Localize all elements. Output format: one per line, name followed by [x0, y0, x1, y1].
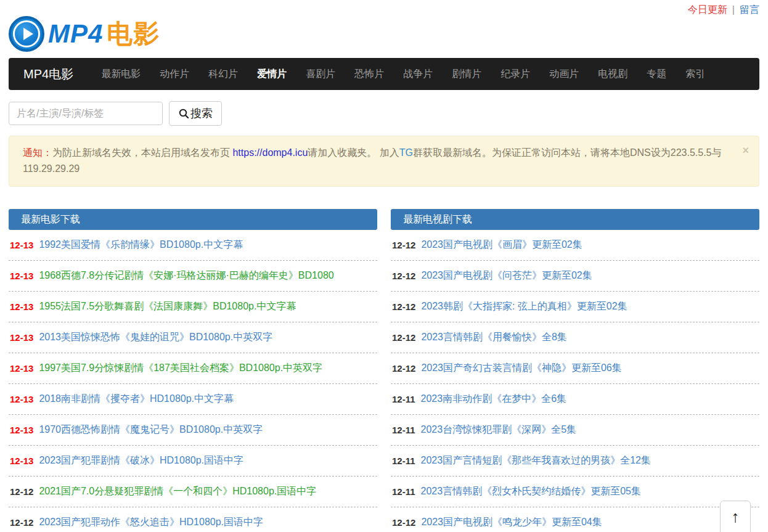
- page: 今日更新 | 留言 MP4 电影 MP4电影 最新电影 动作片 科幻片 爱情片 …: [0, 0, 768, 532]
- nav-item[interactable]: 战争片: [403, 68, 433, 81]
- site-logo[interactable]: MP4 电影: [9, 15, 759, 53]
- movie-link[interactable]: 2013美国惊悚恐怖《鬼娃的诅咒》BD1080p.中英双字: [39, 331, 272, 344]
- movies-list: 12-13 1992美国爱情《乐韵情缘》BD1080p.中文字幕 12-13 1…: [9, 230, 377, 532]
- movie-link[interactable]: 2023国产犯罪动作《怒火追击》HD1080p.国语中字: [39, 516, 263, 529]
- item-date: 12-12: [392, 240, 415, 250]
- list-item: 12-11 2023国产言情短剧《那些年我喜欢过的男孩》全12集: [391, 446, 759, 477]
- nav-item[interactable]: 剧情片: [452, 68, 481, 81]
- latest-tv-panel: 最新电视剧下载 12-12 2023国产电视剧《画眉》更新至02集 12-12 …: [391, 209, 759, 532]
- notice-prefix: 通知：: [23, 147, 52, 158]
- item-date: 12-13: [10, 240, 33, 250]
- movie-link[interactable]: 1968西德7.8分传记剧情《安娜·玛格达丽娜·巴赫的编年史》BD1080: [39, 269, 333, 282]
- item-date: 12-11: [392, 425, 415, 435]
- item-date: 12-13: [10, 456, 33, 466]
- nav-item[interactable]: 动作片: [160, 68, 189, 81]
- topbar-divider: |: [732, 4, 735, 15]
- search-bar: 搜索: [9, 101, 759, 126]
- movie-link[interactable]: 2023国产犯罪剧情《破冰》HD1080p.国语中字: [39, 454, 243, 467]
- list-item: 12-13 1997美国7.9分惊悚剧情《187美国社会档案》BD1080p.中…: [9, 353, 377, 384]
- close-icon[interactable]: ×: [742, 145, 749, 156]
- latest-movies-panel: 最新电影下载 12-13 1992美国爱情《乐韵情缘》BD1080p.中文字幕 …: [9, 209, 377, 532]
- tv-link[interactable]: 2023韩剧《大指挥家: 弦上的真相》更新至02集: [421, 300, 627, 313]
- list-item: 12-12 2021国产7.0分悬疑犯罪剧情《一个和四个》HD1080p.国语中…: [9, 477, 377, 507]
- list-item: 12-13 1955法国7.5分歌舞喜剧《法国康康舞》BD1080p.中文字幕: [9, 292, 377, 322]
- search-button-label: 搜索: [190, 106, 213, 121]
- list-item: 12-12 2023国产奇幻古装言情剧《神隐》更新至06集: [391, 353, 759, 384]
- list-item: 12-12 2023国产电视剧《画眉》更新至02集: [391, 230, 759, 261]
- message-board-link[interactable]: 留言: [740, 4, 759, 17]
- item-date: 12-13: [10, 363, 33, 374]
- logo-text-movie: 电影: [107, 17, 160, 51]
- movie-link[interactable]: 2018南非剧情《攫夺者》HD1080p.中文字幕: [39, 393, 234, 406]
- movie-link[interactable]: 1955法国7.5分歌舞喜剧《法国康康舞》BD1080p.中文字幕: [39, 300, 296, 313]
- main-nav: MP4电影 最新电影 动作片 科幻片 爱情片 喜剧片 恐怖片 战争片 剧情片 纪…: [9, 58, 759, 90]
- notice-banner: 通知：为防止新域名失效，本站启用域名发布页 https://domp4.icu请…: [9, 136, 759, 187]
- nav-item[interactable]: 恐怖片: [354, 68, 384, 81]
- tv-link[interactable]: 2023国产奇幻古装言情剧《神隐》更新至06集: [421, 362, 621, 375]
- movie-link[interactable]: 1970西德恐怖剧情《魔鬼记号》BD1080p.中英双字: [39, 424, 263, 436]
- item-date: 12-12: [10, 486, 33, 497]
- movies-panel-title: 最新电影下载: [9, 209, 377, 230]
- nav-item[interactable]: 索引: [685, 68, 705, 81]
- search-icon: [178, 108, 189, 119]
- list-item: 12-13 2023国产犯罪剧情《破冰》HD1080p.国语中字: [9, 446, 377, 477]
- list-item: 12-13 1992美国爱情《乐韵情缘》BD1080p.中文字幕: [9, 230, 377, 261]
- list-item: 12-11 2023南非动作剧《在梦中》全6集: [391, 384, 759, 415]
- domain-publish-link[interactable]: https://domp4.icu: [232, 147, 308, 158]
- item-date: 12-11: [392, 456, 415, 466]
- search-button[interactable]: 搜索: [169, 101, 222, 126]
- logo-text-mp4: MP4: [48, 19, 103, 49]
- list-item: 12-13 1970西德恐怖剧情《魔鬼记号》BD1080p.中英双字: [9, 415, 377, 446]
- tv-link[interactable]: 2023言情韩剧《用餐愉快》全8集: [421, 331, 567, 344]
- movie-link[interactable]: 1997美国7.9分惊悚剧情《187美国社会档案》BD1080p.中英双字: [39, 362, 322, 375]
- nav-item[interactable]: 喜剧片: [306, 68, 335, 81]
- tv-link[interactable]: 2023言情韩剧《烈女朴氏契约结婚传》更新至05集: [421, 485, 641, 498]
- list-item: 12-12 2023国产犯罪动作《怒火追击》HD1080p.国语中字: [9, 507, 377, 532]
- movie-link[interactable]: 2021国产7.0分悬疑犯罪剧情《一个和四个》HD1080p.国语中字: [39, 485, 316, 498]
- list-item: 12-12 2023言情韩剧《用餐愉快》全8集: [391, 322, 759, 353]
- today-update-link[interactable]: 今日更新: [688, 4, 727, 17]
- item-date: 12-12: [10, 517, 33, 528]
- item-date: 12-13: [10, 425, 33, 435]
- tv-link[interactable]: 2023台湾惊悚犯罪剧《深网》全5集: [421, 424, 577, 436]
- tv-panel-title: 最新电视剧下载: [391, 209, 759, 230]
- item-date: 12-13: [10, 271, 33, 281]
- content-columns: 最新电影下载 12-13 1992美国爱情《乐韵情缘》BD1080p.中文字幕 …: [9, 209, 759, 532]
- nav-item[interactable]: 电视剧: [598, 68, 627, 81]
- nav-item[interactable]: 爱情片: [257, 68, 287, 81]
- item-date: 12-13: [10, 332, 33, 343]
- item-date: 12-13: [10, 301, 33, 312]
- list-item: 12-11 2023言情韩剧《烈女朴氏契约结婚传》更新至05集: [391, 477, 759, 507]
- topbar: 今日更新 | 留言: [9, 0, 759, 12]
- item-date: 12-13: [10, 394, 33, 404]
- nav-item[interactable]: 科幻片: [208, 68, 238, 81]
- tv-link[interactable]: 2023南非动作剧《在梦中》全6集: [421, 393, 567, 406]
- nav-item[interactable]: 专题: [647, 68, 666, 81]
- tg-group-link[interactable]: TG: [399, 147, 413, 158]
- tv-list: 12-12 2023国产电视剧《画眉》更新至02集 12-12 2023国产电视…: [391, 230, 759, 532]
- tv-link[interactable]: 2023国产电视剧《画眉》更新至02集: [421, 239, 582, 252]
- list-item: 12-12 2023韩剧《大指挥家: 弦上的真相》更新至02集: [391, 292, 759, 322]
- list-item: 12-11 2023台湾惊悚犯罪剧《深网》全5集: [391, 415, 759, 446]
- search-input[interactable]: [9, 102, 163, 125]
- back-to-top-button[interactable]: ↑: [720, 501, 751, 532]
- nav-item[interactable]: 最新电影: [101, 68, 141, 81]
- notice-text-1: 为防止新域名失效，本站启用域名发布页: [52, 147, 232, 158]
- list-item: 12-12 2023国产电视剧《问苍茫》更新至02集: [391, 261, 759, 292]
- list-item: 12-13 1968西德7.8分传记剧情《安娜·玛格达丽娜·巴赫的编年史》BD1…: [9, 261, 377, 292]
- list-item: 12-13 2013美国惊悚恐怖《鬼娃的诅咒》BD1080p.中英双字: [9, 322, 377, 353]
- tv-link[interactable]: 2023国产电视剧《问苍茫》更新至02集: [421, 269, 592, 282]
- list-item: 12-12 2023国产电视剧《鸣龙少年》更新至04集: [391, 507, 759, 532]
- nav-brand[interactable]: MP4电影: [23, 66, 73, 83]
- tv-link[interactable]: 2023国产电视剧《鸣龙少年》更新至04集: [421, 516, 602, 529]
- play-icon: [9, 16, 44, 52]
- nav-item[interactable]: 动画片: [549, 68, 579, 81]
- movie-link[interactable]: 1992美国爱情《乐韵情缘》BD1080p.中文字幕: [39, 239, 243, 252]
- item-date: 12-12: [392, 271, 415, 281]
- arrow-up-icon: ↑: [732, 507, 740, 526]
- item-date: 12-12: [392, 363, 415, 374]
- tv-link[interactable]: 2023国产言情短剧《那些年我喜欢过的男孩》全12集: [421, 454, 651, 467]
- item-date: 12-12: [392, 301, 415, 312]
- item-date: 12-12: [392, 517, 415, 528]
- nav-item[interactable]: 纪录片: [500, 68, 530, 81]
